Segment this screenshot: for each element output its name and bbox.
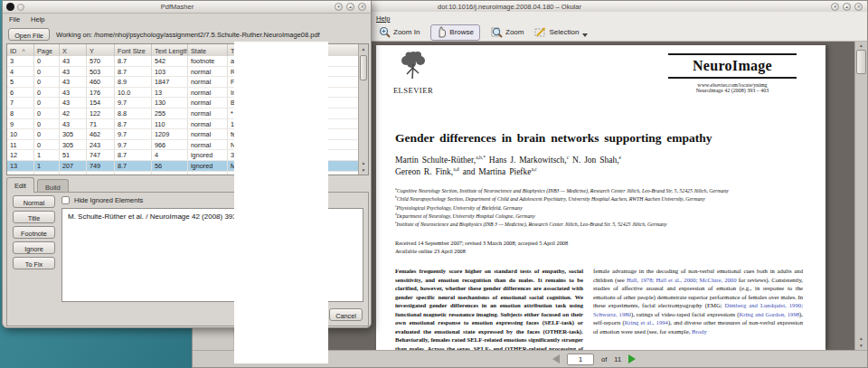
abstract-column: Females frequently score higher on stand… — [395, 267, 583, 350]
minimize-icon[interactable] — [335, 3, 343, 11]
scroll-up-icon[interactable] — [359, 159, 368, 166]
column-header-page[interactable]: Page — [34, 44, 60, 56]
scrollbar-thumb[interactable] — [360, 55, 367, 80]
authors-line: Martin Schulte-Rüther,a,b,* Hans J. Mark… — [395, 155, 621, 166]
table-cell: ignored — [188, 150, 228, 160]
pdfmasher-titlebar: PdfMasher — [3, 1, 371, 14]
table-cell: 12 — [7, 150, 34, 160]
paper-columns: Females frequently score higher on stand… — [395, 267, 803, 350]
page-total: 11 — [614, 355, 621, 363]
table-cell: 13 — [7, 161, 34, 171]
close-icon[interactable] — [358, 3, 366, 11]
table-cell: 0 — [34, 56, 60, 66]
next-page-icon[interactable] — [628, 354, 636, 363]
normal-button[interactable]: Normal — [13, 195, 55, 208]
okular-window: doi:10.1016/j.neuroimage.2008.04.180 – O… — [192, 0, 868, 368]
hide-ignored-checkbox[interactable] — [61, 196, 70, 204]
window-menu-icon[interactable] — [17, 4, 24, 11]
maximize-icon[interactable] — [843, 3, 851, 11]
table-cell: 51 — [60, 172, 87, 175]
table-cell: normal — [188, 172, 228, 175]
zoom-in-button[interactable]: Zoom In — [379, 26, 420, 38]
hand-icon — [437, 26, 447, 38]
selection-button[interactable]: Selection — [534, 26, 588, 38]
ignore-button[interactable]: Ignore — [13, 241, 55, 254]
table-cell: 43 — [60, 98, 87, 108]
table-cell: 8.7 — [115, 119, 152, 129]
elsevier-logo: ELSEVIER — [390, 50, 437, 95]
magnifier-plus-icon — [379, 26, 391, 38]
zoom-button[interactable]: Zoom — [491, 26, 524, 38]
column-header-y[interactable]: Y — [87, 44, 115, 56]
table-cell: 305 — [60, 129, 87, 139]
scrollbar-thumb[interactable] — [856, 50, 866, 74]
author-superscript: a,c — [531, 166, 536, 172]
table-cell: 0 — [34, 119, 60, 129]
table-cell: 503 — [87, 67, 115, 77]
title-button[interactable]: Title — [13, 211, 55, 223]
table-cell: 9.7 — [115, 129, 152, 139]
tofix-button[interactable]: To Fix — [13, 257, 55, 269]
menu-help[interactable]: Help — [376, 14, 390, 23]
previous-page-icon[interactable] — [552, 354, 560, 363]
citation-link[interactable]: Brody — [692, 328, 707, 335]
table-cell: 43 — [60, 119, 87, 129]
scroll-up-icon[interactable] — [359, 45, 368, 52]
table-cell: 207 — [60, 161, 87, 171]
table-cell: 43 — [60, 56, 87, 66]
app-icon[interactable] — [6, 3, 14, 11]
table-cell: 122 — [87, 109, 115, 118]
working-on-label: Working on: /home/nhoj/psychology/assign… — [56, 31, 320, 39]
pdf-page: ELSEVIER NeuroImage www.elsevier.com/loc… — [376, 45, 826, 350]
maximize-icon[interactable] — [346, 3, 354, 11]
close-icon[interactable] — [854, 3, 863, 11]
citation-link[interactable]: Hall, 1978; Hall et al., 2000; McClure, … — [627, 277, 737, 283]
okular-document-view: ELSEVIER NeuroImage www.elsevier.com/loc… — [193, 42, 867, 350]
scroll-down-icon[interactable] — [855, 342, 867, 349]
citation-link[interactable]: Kring et al., 1994 — [625, 319, 668, 326]
column-header-fontsize[interactable]: Font Size — [115, 44, 152, 56]
elsevier-tree-icon — [393, 50, 433, 82]
menu-file[interactable]: File — [9, 15, 20, 24]
table-cell: 7 — [7, 98, 34, 108]
desktop: doi:10.1016/j.neuroimage.2008.04.180 – O… — [0, 0, 868, 368]
okular-vertical-scrollbar[interactable] — [854, 42, 867, 350]
okular-thumbnail-page[interactable] — [234, 42, 328, 363]
footnote-button[interactable]: Footnote — [13, 226, 55, 239]
minimize-icon[interactable] — [831, 3, 839, 11]
scroll-up-icon[interactable] — [855, 42, 867, 49]
table-cell: 255 — [152, 109, 188, 118]
table-cell: 13 — [152, 88, 188, 98]
table-cell: normal — [188, 88, 228, 98]
citation-link[interactable]: Kring and Gordon, 1998 — [739, 311, 799, 317]
tab-edit[interactable]: Edit — [6, 177, 34, 193]
table-cell: normal — [188, 98, 228, 108]
text-segment: N. Jon Shah, — [569, 156, 618, 165]
table-cell: 0 — [34, 77, 60, 87]
table-vertical-scrollbar[interactable] — [358, 44, 368, 175]
scroll-up-icon[interactable] — [855, 335, 867, 342]
column-header-state[interactable]: State — [188, 44, 228, 56]
column-header-textlength[interactable]: Text Length — [152, 44, 188, 56]
table-cell: 542 — [152, 56, 188, 66]
browse-button[interactable]: Browse — [430, 24, 480, 41]
open-file-button[interactable]: Open File — [8, 28, 50, 41]
page-number-input[interactable]: 1 — [567, 354, 594, 365]
chevron-down-icon[interactable] — [582, 33, 588, 37]
column-header-id[interactable]: ID — [7, 44, 34, 56]
table-cell: 747 — [87, 150, 115, 160]
table-cell: 10.0 — [115, 88, 152, 98]
table-cell: 0 — [34, 140, 60, 150]
cancel-button[interactable]: Cancel — [329, 308, 363, 321]
table-cell: 1847 — [152, 77, 188, 87]
tab-build[interactable]: Build — [37, 179, 69, 193]
journal-header: NeuroImage www.elsevier.com/locate/ynimg… — [661, 52, 804, 93]
scroll-down-icon[interactable] — [359, 166, 368, 174]
table-cell: 8 — [7, 109, 34, 118]
menu-help[interactable]: Help — [31, 15, 44, 24]
column-header-x[interactable]: X — [60, 44, 87, 56]
author-superscript: a,b,* — [476, 155, 486, 160]
zoom-label: Zoom — [505, 28, 524, 36]
table-cell: 4 — [7, 67, 34, 77]
table-cell: 305 — [60, 140, 87, 150]
